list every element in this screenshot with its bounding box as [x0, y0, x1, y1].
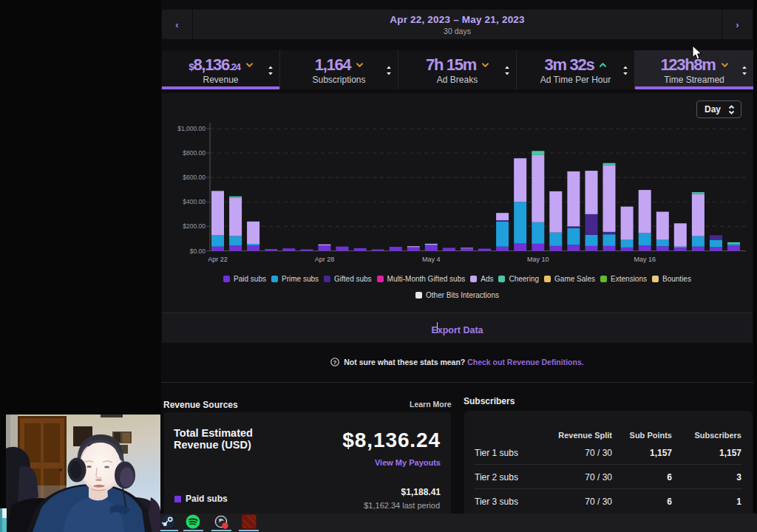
svg-text:$800.00: $800.00 — [183, 149, 206, 157]
svg-text:$400.00: $400.00 — [183, 198, 206, 205]
svg-text:$1,000.00: $1,000.00 — [177, 125, 206, 132]
svg-text:May 16: May 16 — [634, 256, 656, 263]
svg-text:Apr 22: Apr 22 — [208, 256, 228, 263]
svg-text:$0.00: $0.00 — [190, 248, 206, 255]
svg-text:Apr 28: Apr 28 — [315, 256, 335, 263]
svg-text:May 4: May 4 — [422, 256, 441, 263]
svg-text:$200.00: $200.00 — [183, 222, 206, 230]
svg-text:May 10: May 10 — [527, 256, 549, 263]
svg-text:?: ? — [333, 359, 337, 366]
svg-text:$600.00: $600.00 — [183, 174, 206, 181]
